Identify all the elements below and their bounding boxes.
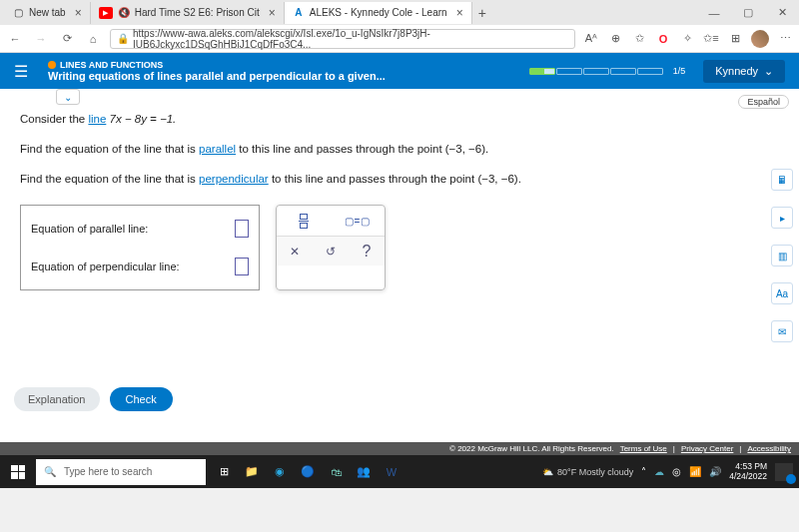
weather-widget[interactable]: ⛅ 80°F Mostly cloudy — [542, 467, 633, 477]
tab-aleks[interactable]: A ALEKS - Kynnedy Cole - Learn × — [285, 2, 472, 24]
clock-date: 4/24/2022 — [729, 472, 767, 481]
topic-category: LINES AND FUNCTIONS — [48, 60, 529, 70]
help-tool[interactable]: ? — [349, 237, 385, 266]
text-size-button[interactable]: Aa — [771, 282, 793, 304]
wifi-icon[interactable]: 📶 — [689, 466, 701, 477]
collections-icon[interactable]: ⊞ — [727, 31, 743, 47]
calculator-button[interactable]: 🖩 — [771, 169, 793, 191]
aleks-header: ☰ LINES AND FUNCTIONS Writing equations … — [0, 53, 799, 89]
expand-button[interactable]: ⌄ — [56, 89, 80, 105]
mute-icon[interactable]: 🔇 — [118, 7, 130, 18]
system-tray: ⛅ 80°F Mostly cloudy ˄ ☁ ◎ 📶 🔊 4:53 PM 4… — [542, 462, 799, 481]
close-window-button[interactable]: ✕ — [765, 0, 799, 25]
footer-buttons: Explanation Check — [14, 387, 173, 411]
tab-label: Hard Time S2 E6: Prison Cit — [135, 7, 260, 18]
profile-avatar[interactable] — [751, 30, 769, 48]
terms-link[interactable]: Terms of Use — [620, 444, 667, 453]
app-icon-1[interactable]: 🔵 — [296, 460, 320, 484]
language-button[interactable]: Español — [738, 95, 789, 109]
problem-line-2: Find the equation of the line that is pa… — [20, 141, 779, 157]
answer-area: Equation of parallel line: Equation of p… — [0, 205, 799, 290]
user-name: Kynnedy — [715, 65, 758, 77]
problem-statement: Consider the line 7x − 8y = −1. Find the… — [0, 89, 799, 187]
tab-label: ALEKS - Kynnedy Cole - Learn — [310, 7, 447, 18]
url-text: https://www-awa.aleks.com/alekscgi/x/Isl… — [133, 28, 568, 50]
problem-line-1: Consider the line 7x − 8y = −1. — [20, 111, 779, 127]
file-explorer-icon[interactable]: 📁 — [240, 460, 264, 484]
refresh-button[interactable]: ⟳ — [58, 30, 76, 48]
opera-icon[interactable]: O — [655, 31, 671, 47]
fraction-tool[interactable] — [277, 206, 331, 236]
line-link[interactable]: line — [88, 113, 106, 125]
search-icon: 🔍 — [44, 466, 56, 477]
parallel-link[interactable]: parallel — [199, 143, 236, 155]
parallel-label: Equation of parallel line: — [31, 223, 148, 235]
address-bar: ← → ⟳ ⌂ 🔒 https://www-awa.aleks.com/alek… — [0, 25, 799, 53]
progress-text: 1/5 — [673, 66, 686, 76]
lock-icon: 🔒 — [117, 33, 129, 44]
close-icon[interactable]: × — [269, 6, 276, 20]
new-tab-button[interactable]: + — [472, 5, 492, 21]
close-icon[interactable]: × — [456, 6, 463, 20]
notifications-icon[interactable] — [775, 463, 793, 481]
copyright-text: © 2022 McGraw Hill LLC. All Rights Reser… — [449, 444, 614, 453]
page-icon: ▢ — [12, 7, 24, 19]
privacy-link[interactable]: Privacy Center — [681, 444, 733, 453]
edge-icon[interactable]: ◉ — [268, 460, 292, 484]
tray-chevron-icon[interactable]: ˄ — [641, 466, 646, 477]
location-icon[interactable]: ◎ — [672, 466, 681, 477]
clear-tool[interactable]: ✕ — [277, 237, 313, 266]
tab-new[interactable]: ▢ New tab × — [4, 2, 91, 24]
close-icon[interactable]: × — [75, 6, 82, 20]
perpendicular-label: Equation of perpendicular line: — [31, 261, 180, 272]
volume-icon[interactable]: 🔊 — [709, 466, 721, 477]
zoom-icon[interactable]: ⊕ — [607, 31, 623, 47]
onedrive-icon[interactable]: ☁ — [654, 466, 664, 477]
video-button[interactable]: ▸ — [771, 207, 793, 229]
extensions-icon[interactable]: ✧ — [679, 31, 695, 47]
favorite-icon[interactable]: ✩ — [631, 31, 647, 47]
task-view-icon[interactable]: ⊞ — [212, 460, 236, 484]
copyright-bar: © 2022 McGraw Hill LLC. All Rights Reser… — [0, 442, 799, 455]
window-controls: — ▢ ✕ — [697, 0, 799, 25]
back-button[interactable]: ← — [6, 30, 24, 48]
menu-button[interactable]: ☰ — [14, 62, 28, 81]
perpendicular-input[interactable] — [235, 258, 249, 275]
parallel-input[interactable] — [235, 220, 249, 238]
teams-icon[interactable]: 👥 — [352, 460, 376, 484]
reader-icon[interactable]: Aᴬ — [583, 31, 599, 47]
perpendicular-link[interactable]: perpendicular — [199, 173, 269, 185]
topic-block: LINES AND FUNCTIONS Writing equations of… — [48, 60, 529, 82]
url-input[interactable]: 🔒 https://www-awa.aleks.com/alekscgi/x/I… — [110, 29, 575, 49]
windows-taskbar: 🔍 Type here to search ⊞ 📁 ◉ 🔵 🛍 👥 W ⛅ 80… — [0, 455, 799, 488]
explanation-button[interactable]: Explanation — [14, 387, 100, 411]
forward-button[interactable]: → — [32, 30, 50, 48]
math-toolbox: ▢=▢ ✕ ↺ ? — [276, 205, 386, 290]
word-icon[interactable]: W — [380, 460, 403, 484]
maximize-button[interactable]: ▢ — [731, 0, 765, 25]
browser-tab-bar: ▢ New tab × ▶ 🔇 Hard Time S2 E6: Prison … — [0, 0, 799, 25]
category-dot-icon — [48, 61, 56, 69]
user-menu[interactable]: Kynnedy ⌄ — [703, 60, 785, 83]
right-rail: 🖩 ▸ ▥ Aa ✉ — [771, 169, 793, 342]
accessibility-link[interactable]: Accessibility — [747, 444, 791, 453]
undo-tool[interactable]: ↺ — [313, 237, 349, 266]
more-icon[interactable]: ⋯ — [777, 31, 793, 47]
message-button[interactable]: ✉ — [771, 320, 793, 342]
ebook-button[interactable]: ▥ — [771, 245, 793, 266]
topic-category-text: LINES AND FUNCTIONS — [60, 60, 163, 70]
content-area: ⌄ Español Consider the line 7x − 8y = −1… — [0, 89, 799, 488]
check-button[interactable]: Check — [110, 387, 173, 411]
search-placeholder: Type here to search — [64, 466, 152, 477]
favorites-list-icon[interactable]: ✩≡ — [703, 31, 719, 47]
minimize-button[interactable]: — — [697, 0, 731, 25]
clock[interactable]: 4:53 PM 4/24/2022 — [729, 462, 767, 481]
home-button[interactable]: ⌂ — [84, 30, 102, 48]
store-icon[interactable]: 🛍 — [324, 460, 348, 484]
start-button[interactable] — [0, 455, 36, 488]
taskbar-search[interactable]: 🔍 Type here to search — [36, 459, 206, 485]
equation-tool[interactable]: ▢=▢ — [331, 206, 385, 236]
chevron-down-icon: ⌄ — [764, 65, 773, 78]
tab-label: New tab — [29, 7, 66, 18]
tab-youtube[interactable]: ▶ 🔇 Hard Time S2 E6: Prison Cit × — [91, 2, 285, 24]
